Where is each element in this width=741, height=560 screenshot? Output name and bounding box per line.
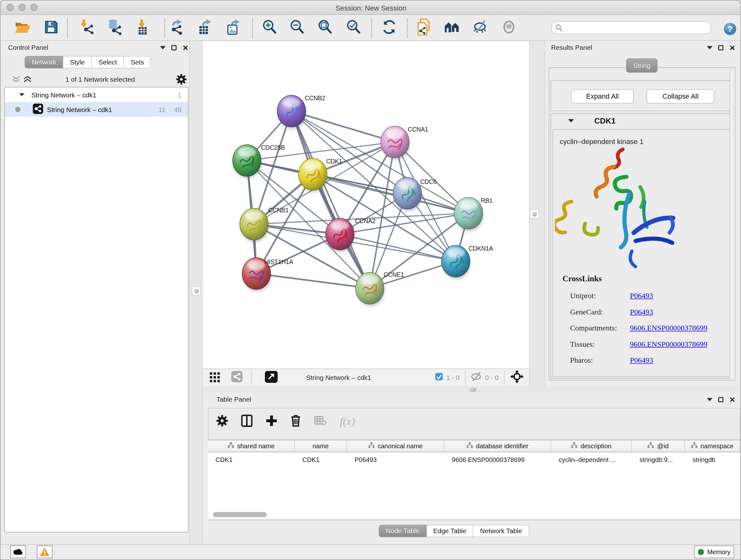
collapse-all-button[interactable]: Collapse All <box>647 89 715 104</box>
column-header-description[interactable]: description <box>551 440 632 452</box>
memory-button[interactable]: Memory <box>694 545 734 559</box>
cloud-button[interactable] <box>10 545 26 559</box>
delete-column-trash-icon[interactable] <box>290 415 301 429</box>
network-node-RB1[interactable]: RB1 <box>455 197 493 231</box>
network-node-CCNA1[interactable]: CCNA1 <box>381 126 428 160</box>
panel-menu-icon[interactable] <box>707 46 713 49</box>
tab-select[interactable]: Select <box>92 56 124 69</box>
hide-eye-slash-icon[interactable] <box>470 17 491 37</box>
export-network-icon[interactable] <box>166 17 187 37</box>
close-panel-icon[interactable]: ✕ <box>183 45 189 50</box>
column-header-@id[interactable]: @id <box>632 440 685 452</box>
panel-menu-icon[interactable] <box>160 46 166 49</box>
import-table-from-file-icon[interactable] <box>132 17 153 37</box>
save-session-icon[interactable] <box>41 17 62 37</box>
collection-disclosure-icon[interactable] <box>19 93 24 96</box>
selected-checkbox-icon[interactable] <box>435 373 443 382</box>
delete-table-icon[interactable] <box>314 416 327 428</box>
show-eye-icon[interactable] <box>498 17 519 37</box>
export-image-icon[interactable] <box>222 17 243 37</box>
network-node-CDKN1A[interactable]: CDKN1A <box>441 245 493 279</box>
expand-all-button[interactable]: Expand All <box>571 89 633 104</box>
network-edge-CCNA2-CDKN1A[interactable] <box>340 234 456 261</box>
collapse-all-networks-icon[interactable] <box>12 76 20 85</box>
open-session-icon[interactable] <box>12 17 33 37</box>
add-column-icon[interactable] <box>266 415 277 428</box>
tab-edge-table[interactable]: Edge Table <box>427 525 474 537</box>
show-columns-icon[interactable] <box>241 415 253 429</box>
column-header-shared-name[interactable]: shared name <box>208 440 295 452</box>
help-icon[interactable]: ? <box>720 18 740 39</box>
close-panel-icon[interactable]: ✕ <box>729 397 735 402</box>
apply-layout-icon[interactable] <box>379 17 400 37</box>
hidden-eye-slash-icon[interactable] <box>470 372 482 383</box>
search-box[interactable] <box>551 21 711 34</box>
tab-style[interactable]: Style <box>63 56 91 69</box>
table-cell[interactable]: CDK1 <box>208 453 295 467</box>
network-canvas[interactable]: CCNB2CCNA1CDC25BCDK1CDC6RB1CCNB1CCNA2CDK… <box>203 41 529 368</box>
table-cell[interactable]: P06493 <box>347 453 444 467</box>
network-node-HIST1H1A[interactable]: HIST1H1A <box>242 258 293 292</box>
open-in-new-window-icon[interactable] <box>265 371 278 384</box>
zoom-out-icon[interactable] <box>286 17 307 37</box>
home-icon[interactable] <box>442 17 463 37</box>
pan-crosshair-icon[interactable] <box>510 370 524 385</box>
network-from-selection-icon[interactable] <box>414 17 434 37</box>
network-node-CDC6[interactable]: CDC6 <box>393 178 436 211</box>
apply-function-fx-icon[interactable]: f(x) <box>340 416 355 428</box>
tab-string[interactable]: String <box>626 58 657 73</box>
right-splitter-handle[interactable] <box>530 209 539 219</box>
crosslink-genecard-link[interactable]: P06493 <box>630 308 653 316</box>
birds-eye-view-icon[interactable] <box>209 371 221 384</box>
import-network-from-database-icon[interactable] <box>105 17 125 37</box>
network-edge-CCNB2-CCNA1[interactable] <box>291 111 395 142</box>
results-scrollbar[interactable] <box>730 68 735 379</box>
panel-menu-icon[interactable] <box>707 398 713 401</box>
import-network-from-file-icon[interactable] <box>77 17 98 37</box>
column-header-namespace[interactable]: namespace <box>685 440 740 452</box>
float-panel-icon[interactable] <box>718 45 724 50</box>
tab-sets[interactable]: Sets <box>124 56 151 69</box>
zoom-in-icon[interactable] <box>259 17 280 37</box>
network-node-CCNB1[interactable]: CCNB1 <box>240 207 288 242</box>
network-node-CCNA2[interactable]: CCNA2 <box>326 218 375 252</box>
search-input[interactable] <box>565 23 711 33</box>
table-settings-gear-icon[interactable] <box>216 415 228 428</box>
network-edge-CDK1-RB1[interactable] <box>313 174 468 213</box>
horizontal-splitter-handle[interactable] <box>469 388 476 392</box>
tab-network-table[interactable]: Network Table <box>474 525 529 537</box>
table-cell[interactable]: stringdb:9... <box>632 453 685 467</box>
table-row[interactable]: CDK1CDK1P064939606.ENSP00000378699cyclin… <box>208 453 740 467</box>
gene-disclosure-icon[interactable] <box>568 119 574 122</box>
warnings-button[interactable] <box>37 545 53 559</box>
column-header-name[interactable]: name <box>295 440 347 452</box>
network-node-CCNE1[interactable]: CCNE1 <box>355 271 404 306</box>
tab-network[interactable]: Network <box>24 56 63 69</box>
crosslink-compartments-link[interactable]: 9606.ENSP00000378699 <box>630 324 708 332</box>
network-node-CDK1[interactable]: CDK1 <box>299 158 342 192</box>
crosslink-tissues-link[interactable]: 9606.ENSP00000378699 <box>630 340 708 349</box>
float-panel-icon[interactable] <box>172 45 177 50</box>
left-splitter-handle[interactable] <box>192 287 201 295</box>
column-header-canonical-name[interactable]: canonical name <box>347 440 444 452</box>
network-collection-row[interactable]: String Network – cdk1 1 <box>5 87 188 102</box>
network-edge-CCNB2-CCNE1[interactable] <box>291 111 369 288</box>
table-horizontal-scrollbar[interactable] <box>213 512 267 517</box>
network-options-gear-icon[interactable] <box>176 74 187 86</box>
close-panel-icon[interactable]: ✕ <box>729 45 735 50</box>
table-cell[interactable]: 9606.ENSP00000378699 <box>444 453 551 467</box>
table-cell[interactable]: stringdb <box>685 453 740 467</box>
zoom-selected-icon[interactable] <box>343 17 364 37</box>
column-header-database-identifier[interactable]: database identifier <box>444 440 551 452</box>
string-network-badge-icon[interactable] <box>231 371 243 384</box>
tab-node-table[interactable]: Node Table <box>379 525 427 537</box>
network-row[interactable]: String Network – cdk1 11 48 <box>5 102 188 117</box>
float-panel-icon[interactable] <box>718 397 724 402</box>
crosslink-pharos-link[interactable]: P06493 <box>630 356 653 365</box>
network-node-CCNB2[interactable]: CCNB2 <box>277 95 325 129</box>
zoom-fit-icon[interactable] <box>315 17 335 37</box>
table-cell[interactable]: CDK1 <box>295 453 347 467</box>
export-table-icon[interactable] <box>194 17 215 37</box>
crosslink-uniprot-link[interactable]: P06493 <box>630 292 653 300</box>
table-cell[interactable]: cyclin–dependent ... <box>551 453 632 467</box>
